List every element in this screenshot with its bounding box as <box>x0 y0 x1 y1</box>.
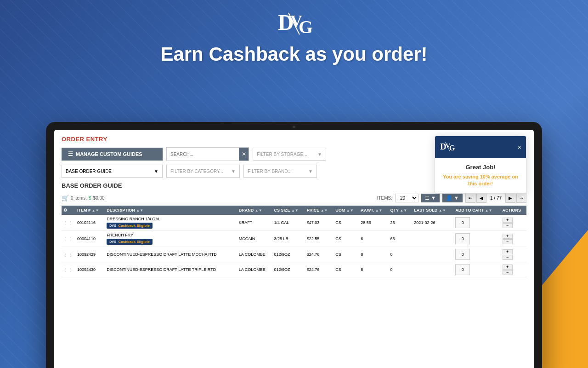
next-page-button[interactable]: ▶ <box>505 193 515 203</box>
item-num: 00102116 <box>75 215 105 231</box>
drag-handle[interactable]: ⋮⋮ <box>62 215 75 231</box>
col-av-wt: AV.WT. ▲▼ <box>359 206 388 215</box>
manage-guides-button[interactable]: ☰ MANAGE CUSTOM GUIDES <box>62 148 163 161</box>
order-table: ⚙ ITEM # ▲▼ DESCRIPTION ▲▼ BRAND ▲▼ CS S… <box>62 206 526 277</box>
cart-qty-input-3[interactable] <box>455 249 470 260</box>
cashback-logo: DVG <box>109 224 116 227</box>
item-uom: CS <box>334 231 359 247</box>
drag-handle[interactable]: ⋮⋮ <box>62 231 75 247</box>
filter-brand-dropdown[interactable]: FILTER BY BRAND... ▼ <box>243 165 317 178</box>
chevron-down-icon-2: ▼ <box>154 169 158 174</box>
item-qty: 0 <box>388 247 412 262</box>
filter-storage-dropdown[interactable]: FILTER BY STORAGE... ▼ <box>253 148 326 161</box>
item-av-wt: 28.56 <box>359 215 388 231</box>
chevron-down-icon-4: ▼ <box>308 169 313 174</box>
laptop-frame: ORDER ENTRY ☰ MANAGE CUSTOM GUIDES ✕ FIL… <box>46 122 542 368</box>
item-price: $47.03 <box>305 215 334 231</box>
item-av-wt: 8 <box>359 262 388 277</box>
item-last-sold <box>412 262 453 277</box>
table-row: ⋮⋮ 10092429 DISCONTINUED-ESPRESSO DRAFT … <box>62 247 526 262</box>
add-sub-buttons-3: + − <box>503 249 513 260</box>
items-bar: 🛒 0 items, $ $0.00 ITEMS: 20 50 100 ☰ ▼ <box>62 193 526 203</box>
item-num: 00004110 <box>75 231 105 247</box>
col-actions: ACTIONS <box>501 206 526 215</box>
sub-button-4[interactable]: − <box>503 270 513 275</box>
total-pages: 77 <box>497 196 502 201</box>
table-row: ⋮⋮ 10092430 DISCONTINUED-ESPRESSO DRAFT … <box>62 262 526 277</box>
cashback-headline: Earn Cashback as you order! <box>0 43 588 65</box>
col-brand: BRAND ▲▼ <box>237 206 272 215</box>
item-qty: 63 <box>388 231 412 247</box>
item-actions: + − <box>501 215 526 231</box>
item-actions: + − <box>501 262 526 277</box>
item-actions: + − <box>501 231 526 247</box>
item-cs-size: 012/9OZ <box>272 262 305 277</box>
page-indicator: 1 / 77 <box>487 196 504 201</box>
item-description: DISCONTINUED-ESPRESSO DRAFT LATTE MOCHA … <box>105 247 237 262</box>
drag-handle[interactable]: ⋮⋮ <box>62 262 75 277</box>
add-button-2[interactable]: + <box>503 234 513 239</box>
savings-popup: D V G × Great Job! You are saving 10% av… <box>435 136 526 194</box>
item-qty: 23 <box>388 215 412 231</box>
cart-info: 🛒 0 items, $ $0.00 <box>62 195 105 201</box>
col-price: PRICE ▲▼ <box>305 206 334 215</box>
first-page-button[interactable]: ⇤ <box>465 193 475 203</box>
item-uom: CS <box>334 262 359 277</box>
item-description: DISCONTINUED-ESPRESSO DRAFT LATTE TRIPLE… <box>105 262 237 277</box>
item-last-sold <box>412 247 453 262</box>
search-clear-button[interactable]: ✕ <box>239 148 249 161</box>
list-view-button[interactable]: ☰ ▼ <box>421 194 440 202</box>
user-view-button[interactable]: 👤 ▼ <box>442 194 463 202</box>
item-av-wt: 6 <box>359 231 388 247</box>
cart-qty-input-4[interactable] <box>455 264 470 275</box>
sub-button-1[interactable]: − <box>503 223 513 228</box>
cashback-badge: DVG Cashback Eligible <box>107 223 153 229</box>
filter-brand-label: FILTER BY BRAND... <box>248 169 292 174</box>
chevron-down-icon: ▼ <box>317 152 322 157</box>
cashback-logo: DVG <box>109 240 116 243</box>
popup-close-button[interactable]: × <box>518 144 521 150</box>
item-add-to-cart <box>453 247 500 262</box>
col-add-to-cart: ADD TO CART ▲▼ <box>453 206 500 215</box>
sub-button-2[interactable]: − <box>503 239 513 244</box>
svg-text:G: G <box>299 17 312 37</box>
base-guide-dropdown[interactable]: BASE ORDER GUIDE ▼ <box>62 165 163 178</box>
cashback-text: Cashback Eligible <box>118 224 149 228</box>
base-guide-label: BASE ORDER GUIDE <box>66 169 112 174</box>
col-cs-size: CS SIZE ▲▼ <box>272 206 305 215</box>
filter-storage-label: FILTER BY STORAGE... <box>257 152 307 157</box>
filter-category-dropdown[interactable]: FILTER BY CATEGORY... ▼ <box>166 165 240 178</box>
cart-qty-input-1[interactable] <box>455 217 470 228</box>
item-av-wt: 8 <box>359 247 388 262</box>
add-sub-controls-2: + − <box>503 234 525 244</box>
add-button-3[interactable]: + <box>503 249 513 254</box>
cart-qty-input-2[interactable] <box>455 233 470 244</box>
add-sub-buttons-2: + − <box>503 234 513 244</box>
item-cs-size: 1/4 GAL <box>272 215 305 231</box>
item-brand: MCCAIN <box>237 231 272 247</box>
item-last-sold <box>412 231 453 247</box>
add-button-4[interactable]: + <box>503 264 513 270</box>
item-add-to-cart <box>453 231 500 247</box>
drag-handle[interactable]: ⋮⋮ <box>62 247 75 262</box>
col-qty: QTY ▲▼ <box>388 206 412 215</box>
laptop-screen: ORDER ENTRY ☰ MANAGE CUSTOM GUIDES ✕ FIL… <box>54 130 534 368</box>
item-brand: LA COLOMBE <box>237 247 272 262</box>
last-page-button[interactable]: ⇥ <box>516 193 526 203</box>
add-button-1[interactable]: + <box>503 218 513 223</box>
prev-page-button[interactable]: ◀ <box>476 193 486 203</box>
item-qty: 0 <box>388 262 412 277</box>
item-description: DRESSING RANCH 1/4 GAL DVG Cashback Elig… <box>105 215 237 231</box>
table-row: ⋮⋮ 00102116 DRESSING RANCH 1/4 GAL DVG C… <box>62 215 526 231</box>
list-icon: ☰ <box>68 151 73 157</box>
search-box: ✕ <box>166 147 249 161</box>
search-input[interactable] <box>167 149 239 160</box>
table-body: ⋮⋮ 00102116 DRESSING RANCH 1/4 GAL DVG C… <box>62 215 526 277</box>
manage-guides-label: MANAGE CUSTOM GUIDES <box>76 151 142 157</box>
laptop-wrapper: ORDER ENTRY ☰ MANAGE CUSTOM GUIDES ✕ FIL… <box>46 122 542 368</box>
items-label: ITEMS: <box>377 196 392 201</box>
page-header: D V G Earn Cashback as you order! <box>0 0 588 70</box>
items-controls: ITEMS: 20 50 100 ☰ ▼ 👤 ▼ ⇤ ◀ 1 <box>377 193 526 203</box>
sub-button-3[interactable]: − <box>503 255 513 260</box>
items-per-page-select[interactable]: 20 50 100 <box>395 194 418 202</box>
